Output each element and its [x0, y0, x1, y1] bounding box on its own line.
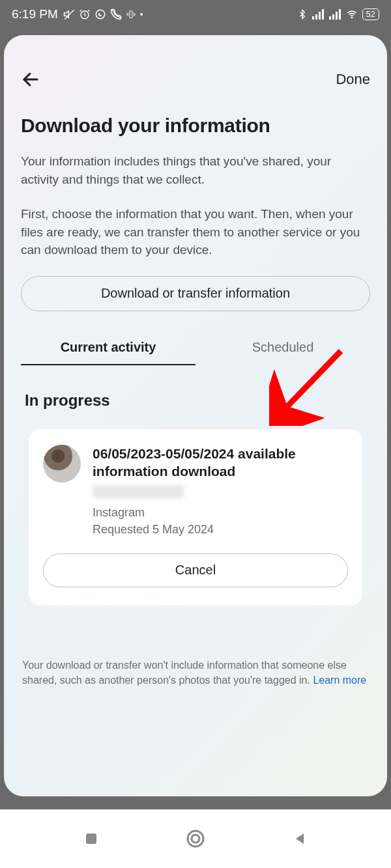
missed-call-icon — [110, 8, 122, 20]
tabs: Current activity Scheduled — [21, 331, 370, 365]
disclaimer-text: Your download or transfer won't include … — [22, 660, 347, 686]
alarm-icon — [79, 8, 91, 20]
svg-point-18 — [192, 835, 199, 843]
svg-rect-6 — [315, 14, 317, 20]
signal-icon-1 — [311, 9, 325, 20]
status-icons-left: • — [63, 8, 143, 20]
description-2: First, choose the information that you w… — [21, 205, 370, 259]
page-container: Done Download your information Your info… — [4, 35, 387, 796]
svg-rect-12 — [339, 9, 341, 20]
download-transfer-button[interactable]: Download or transfer information — [21, 276, 370, 311]
svg-rect-4 — [130, 11, 132, 18]
wifi-icon — [345, 9, 358, 20]
svg-point-17 — [188, 831, 203, 847]
square-icon — [83, 831, 99, 847]
card-text: 06/05/2023-05/05/2024 available informat… — [93, 445, 348, 538]
mute-icon — [63, 8, 75, 20]
section-in-progress: In progress — [25, 391, 370, 410]
svg-point-13 — [351, 17, 353, 18]
done-button[interactable]: Done — [336, 71, 370, 88]
card-platform: Instagram — [93, 505, 348, 521]
arrow-left-icon — [21, 70, 40, 89]
whatsapp-icon — [94, 8, 106, 20]
svg-rect-10 — [332, 14, 334, 20]
learn-more-link[interactable]: Learn more — [313, 675, 366, 686]
description-1: Your information includes things that yo… — [21, 152, 370, 188]
avatar — [43, 445, 81, 483]
card-row: 06/05/2023-05/05/2024 available informat… — [43, 445, 348, 538]
tab-scheduled[interactable]: Scheduled — [195, 331, 370, 365]
nav-home-button[interactable] — [182, 826, 209, 852]
status-bar: 6:19 PM • 52 — [0, 0, 391, 29]
header-row: Done — [21, 68, 370, 91]
vibrate-icon — [126, 9, 136, 20]
svg-rect-9 — [329, 16, 331, 20]
battery-indicator: 52 — [362, 8, 379, 20]
download-card: 06/05/2023-05/05/2024 available informat… — [29, 429, 362, 606]
svg-line-3 — [111, 10, 121, 19]
signal-icon-2 — [328, 9, 341, 20]
redacted-username — [93, 485, 184, 498]
circle-icon — [186, 829, 205, 848]
status-left: 6:19 PM • — [12, 7, 143, 21]
nav-recent-button[interactable] — [78, 826, 104, 852]
card-requested: Requested 5 May 2024 — [93, 522, 348, 538]
status-right: 52 — [297, 8, 379, 20]
tab-current-activity[interactable]: Current activity — [21, 331, 195, 365]
svg-rect-7 — [319, 12, 321, 20]
status-time: 6:19 PM — [12, 7, 58, 21]
svg-rect-11 — [336, 12, 338, 20]
android-nav-bar — [0, 809, 391, 868]
svg-rect-8 — [322, 9, 324, 20]
cancel-button[interactable]: Cancel — [43, 553, 348, 587]
back-button[interactable] — [21, 68, 44, 91]
page-title: Download your information — [21, 115, 370, 137]
svg-point-2 — [96, 10, 105, 19]
triangle-left-icon — [292, 831, 308, 847]
bluetooth-icon — [297, 8, 308, 20]
svg-rect-5 — [312, 16, 314, 20]
disclaimer: Your download or transfer won't include … — [21, 658, 370, 688]
svg-line-0 — [65, 10, 74, 19]
card-title: 06/05/2023-05/05/2024 available informat… — [93, 445, 348, 481]
svg-rect-16 — [86, 833, 96, 844]
nav-back-button[interactable] — [287, 826, 313, 852]
dot-icon: • — [140, 9, 143, 20]
